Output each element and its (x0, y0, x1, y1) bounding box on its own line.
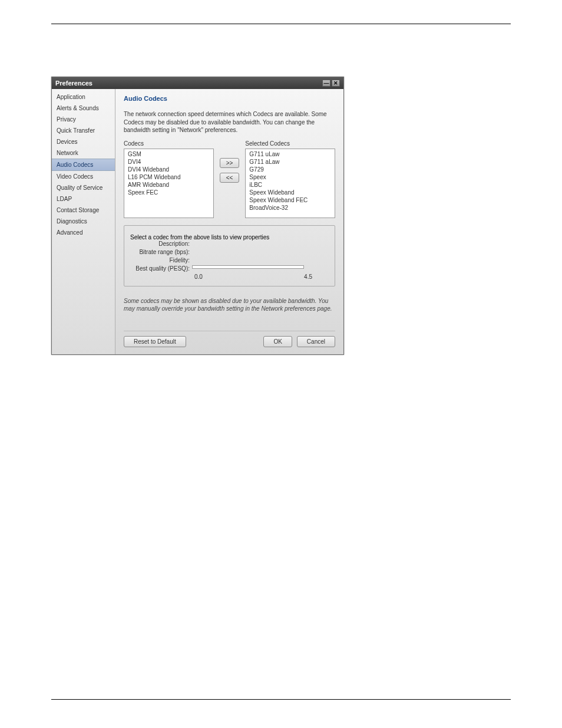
selected-codecs-listbox[interactable]: G711 uLawG711 aLawG729SpeexiLBCSpeex Wid… (245, 149, 335, 218)
list-item[interactable]: Speex FEC (124, 189, 213, 196)
list-item[interactable]: AMR Wideband (124, 181, 213, 189)
sidebar-item-diagnostics[interactable]: Diagnostics (52, 216, 115, 227)
add-codec-button[interactable]: >> (220, 158, 240, 168)
pesq-label: Best quality (PESQ): (130, 265, 192, 272)
sidebar: ApplicationAlerts & SoundsPrivacyQuick T… (52, 89, 115, 354)
list-item[interactable]: BroadVoice-32 (246, 204, 335, 212)
codecs-label: Codecs (124, 140, 214, 147)
titlebar: Preferences — ✕ (52, 77, 343, 89)
list-item[interactable]: G729 (246, 166, 335, 173)
scale-min: 0.0 (194, 274, 203, 280)
properties-legend: Select a codec from the above lists to v… (130, 234, 329, 241)
codec-properties-group: Select a codec from the above lists to v… (124, 225, 335, 286)
list-item[interactable]: DVI4 (124, 158, 213, 166)
sidebar-item-quick-transfer[interactable]: Quick Transfer (52, 125, 115, 136)
selected-codecs-label: Selected Codecs (245, 140, 335, 147)
list-item[interactable]: L16 PCM Wideband (124, 173, 213, 181)
window-title: Preferences (55, 80, 92, 87)
sidebar-item-network[interactable]: Network (52, 147, 115, 159)
reset-button[interactable]: Reset to Default (124, 336, 186, 347)
dialog-footer: Reset to Default OK Cancel (124, 331, 335, 347)
list-item[interactable]: GSM (124, 150, 213, 158)
list-item[interactable]: G711 uLaw (246, 150, 335, 158)
list-item[interactable]: Speex Wideband (246, 189, 335, 196)
sidebar-item-advanced[interactable]: Advanced (52, 227, 115, 238)
description-label: Description: (130, 241, 192, 247)
panel-heading: Audio Codecs (124, 95, 335, 102)
content-panel: Audio Codecs The network connection spee… (115, 89, 343, 354)
bandwidth-note: Some codecs may be shown as disabled due… (124, 297, 335, 313)
remove-codec-button[interactable]: << (220, 173, 240, 183)
sidebar-item-devices[interactable]: Devices (52, 136, 115, 147)
sidebar-item-privacy[interactable]: Privacy (52, 114, 115, 125)
sidebar-item-alerts-sounds[interactable]: Alerts & Sounds (52, 103, 115, 114)
close-button[interactable]: ✕ (332, 80, 340, 87)
list-item[interactable]: iLBC (246, 181, 335, 189)
cancel-button[interactable]: Cancel (297, 336, 335, 347)
sidebar-item-audio-codecs[interactable]: Audio Codecs (52, 159, 115, 171)
ok-button[interactable]: OK (263, 336, 292, 347)
minimize-button[interactable]: — (322, 80, 330, 87)
list-item[interactable]: Speex (246, 173, 335, 181)
sidebar-item-quality-of-service[interactable]: Quality of Service (52, 182, 115, 193)
sidebar-item-contact-storage[interactable]: Contact Storage (52, 205, 115, 216)
list-item[interactable]: DVI4 Wideband (124, 166, 213, 173)
sidebar-item-ldap[interactable]: LDAP (52, 193, 115, 205)
sidebar-item-video-codecs[interactable]: Video Codecs (52, 171, 115, 182)
bitrate-label: Bitrate range (bps): (130, 249, 192, 255)
panel-description: The network connection speed determines … (124, 110, 335, 134)
sidebar-item-application[interactable]: Application (52, 91, 115, 103)
list-item[interactable]: Speex Wideband FEC (246, 196, 335, 204)
pesq-slider[interactable] (192, 265, 304, 269)
fidelity-label: Fidelity: (130, 257, 192, 263)
codecs-listbox[interactable]: GSMDVI4DVI4 WidebandL16 PCM WidebandAMR … (124, 149, 214, 218)
list-item[interactable]: G711 aLaw (246, 158, 335, 166)
preferences-dialog: Preferences — ✕ ApplicationAlerts & Soun… (51, 77, 344, 355)
scale-max: 4.5 (304, 274, 312, 280)
